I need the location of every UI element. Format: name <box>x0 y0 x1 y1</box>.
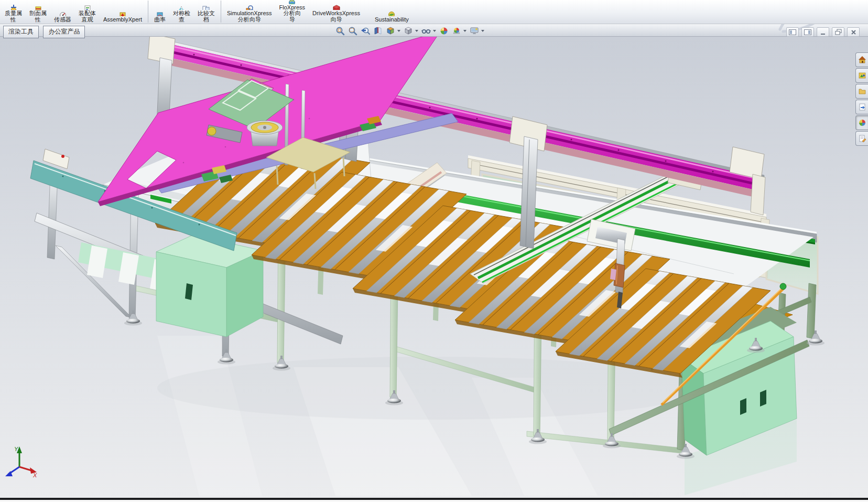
view-orientation-icon[interactable] <box>385 26 396 36</box>
assemblyxpert-button[interactable]: AssemblyXpert <box>100 10 146 23</box>
appearances-icon <box>858 119 866 127</box>
tab-render-tools[interactable]: 渲染工具 <box>3 26 39 38</box>
section-properties-button[interactable]: 剖面属 性 <box>26 4 50 23</box>
left-electrical-cabinet[interactable] <box>156 235 263 337</box>
restore-button[interactable] <box>832 27 844 37</box>
curvature-button[interactable]: 曲率 <box>150 10 169 23</box>
custom-properties-tab[interactable] <box>855 131 868 146</box>
folder-icon <box>858 87 866 95</box>
tab-office-products[interactable]: 办公室产品 <box>43 26 85 38</box>
curvature-icon <box>156 10 164 16</box>
file-explorer-tab[interactable] <box>855 84 868 99</box>
view-palette-icon <box>858 103 866 111</box>
design-library-tab[interactable] <box>855 68 868 83</box>
view-orientation-dropdown[interactable] <box>397 30 400 32</box>
driveworksxpress-icon <box>332 4 341 10</box>
apply-scene-dropdown[interactable] <box>463 30 466 32</box>
toggle-pane-right-button[interactable] <box>801 27 814 37</box>
solidworks-window: Y X 质量属 性 剖面属 性 传感器 装配体 直观 AssemblyXpert… <box>0 0 868 502</box>
view-settings-dropdown[interactable] <box>481 30 484 32</box>
view-settings-icon[interactable] <box>469 26 480 36</box>
home-icon <box>858 56 866 64</box>
symmetry-check-button[interactable]: 对称检 查 <box>169 4 194 23</box>
section-properties-icon <box>34 4 42 10</box>
zoom-to-fit-icon[interactable] <box>334 26 346 36</box>
design-library-icon <box>858 71 866 80</box>
heads-up-view-toolbar <box>334 26 485 36</box>
driveworksxpress-button[interactable]: DriveWorksXpress 向导 <box>309 4 364 23</box>
mass-properties-icon <box>9 4 18 10</box>
compare-documents-button[interactable]: 比较文 档 <box>194 4 219 23</box>
edit-appearance-icon[interactable] <box>438 26 450 36</box>
simulationxpress-button[interactable]: SimulationXpress 分析向导 <box>223 4 276 23</box>
triad-x-label: X <box>32 472 37 478</box>
main-toolbar: 质量属 性 剖面属 性 传感器 装配体 直观 AssemblyXpert 曲率 … <box>0 0 868 24</box>
close-button[interactable] <box>847 27 860 37</box>
task-pane-tabs <box>855 52 868 146</box>
custom-properties-icon <box>858 134 866 143</box>
section-view-icon[interactable] <box>372 26 384 36</box>
toolbar-separator <box>221 1 221 23</box>
toolbar-separator <box>148 1 148 23</box>
sensor-icon <box>59 10 67 16</box>
sustainability-button[interactable]: Sustainability <box>371 10 413 23</box>
apply-scene-icon[interactable] <box>451 26 462 36</box>
assembly-visualization-icon <box>83 4 92 10</box>
minimize-button[interactable] <box>817 27 829 37</box>
previous-view-icon[interactable] <box>360 26 371 36</box>
assemblyxpert-icon <box>118 10 127 16</box>
appearances-scenes-tab[interactable] <box>855 115 868 130</box>
hide-show-items-icon[interactable] <box>420 26 432 36</box>
view-palette-tab[interactable] <box>855 100 868 114</box>
hide-show-items-dropdown[interactable] <box>433 30 436 32</box>
sustainability-icon <box>387 10 396 16</box>
symmetry-check-icon <box>177 4 186 10</box>
simulationxpress-icon <box>245 4 254 10</box>
zoom-to-area-icon[interactable] <box>347 26 359 36</box>
floxpress-button[interactable]: FloXpress 分析向 导 <box>276 0 309 23</box>
floxpress-icon <box>288 0 296 4</box>
compare-documents-icon <box>202 4 210 10</box>
toggle-pane-left-button[interactable] <box>786 27 799 37</box>
window-controls <box>786 27 860 37</box>
solidworks-resources-tab[interactable] <box>855 52 868 67</box>
mass-properties-button[interactable]: 质量属 性 <box>1 4 26 23</box>
display-style-icon[interactable] <box>403 26 414 36</box>
graphics-viewport[interactable]: Y X <box>0 0 868 502</box>
display-style-dropdown[interactable] <box>415 30 418 32</box>
sensor-button[interactable]: 传感器 <box>50 10 75 23</box>
status-strip <box>0 500 868 502</box>
triad-y-label: Y <box>14 446 18 452</box>
assembly-visualization-button[interactable]: 装配体 直观 <box>75 4 100 23</box>
